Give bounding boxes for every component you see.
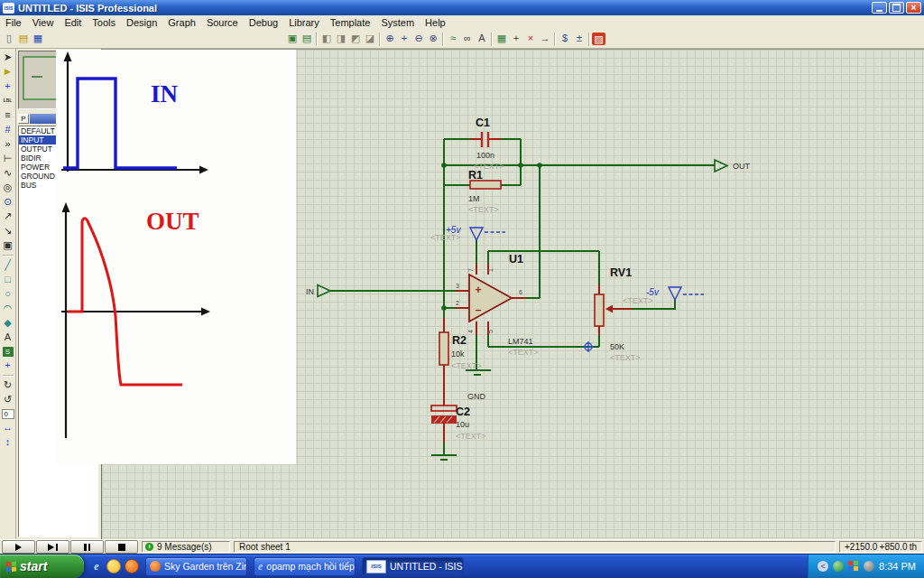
rotation-angle-field[interactable]: 0 [2,409,14,419]
virtual-instruments-icon[interactable]: ▣ [1,238,15,253]
open-design-icon[interactable]: ▤ [16,32,31,46]
stop-button[interactable] [105,540,138,554]
script-editor-icon[interactable]: $ [558,32,572,46]
wire-autorouter-icon[interactable]: ≈ [446,32,460,46]
resistor-r2[interactable] [439,332,448,365]
tape-recorder-icon[interactable]: ◎ [1,181,15,195]
rotate-clockwise-icon[interactable]: ↻ [1,378,15,393]
zoom-out-icon[interactable]: ⊖ [411,32,426,46]
block-copy-icon[interactable]: ◧ [319,32,334,46]
input-terminal[interactable] [318,285,330,297]
block-delete-icon[interactable]: ◪ [363,32,377,46]
pin-1: 1 [487,268,494,272]
selection-pointer-icon[interactable]: ➤ [1,51,15,65]
menu-system[interactable]: System [375,16,420,29]
buses-icon[interactable]: # [1,123,15,137]
2d-circle-icon[interactable]: ○ [1,287,15,302]
resistor-r1[interactable] [470,181,501,189]
goto-sheet-icon[interactable]: → [538,32,552,46]
updates-tray-icon[interactable] [848,561,859,572]
taskbar-button-zing[interactable]: Sky Garden trên Zing ... [145,557,247,576]
vplus-terminal[interactable] [470,228,483,240]
vminus-terminal[interactable] [669,287,681,300]
menu-design[interactable]: Design [121,16,162,29]
current-probe-icon[interactable]: ↘ [1,224,15,238]
start-button[interactable]: start [0,555,84,578]
script-blocks-icon[interactable]: ± [572,32,587,46]
voltage-probe-icon[interactable]: ↗ [1,210,15,224]
browser-icon[interactable] [125,559,139,573]
block-rotate-icon[interactable]: ◩ [348,32,363,46]
volume-tray-icon[interactable] [864,561,874,572]
c1-ref: C1 [476,117,490,129]
opamp-u1[interactable]: + – [469,275,512,322]
menu-debug[interactable]: Debug [244,16,283,29]
output-terminal[interactable] [715,160,727,172]
new-sheet-icon[interactable]: + [509,32,523,46]
wire[interactable] [330,139,715,455]
2d-path-icon[interactable]: ◆ [1,316,15,331]
taskbar-button-opamp[interactable]: e opamp mạch hồi tiếp ... [254,557,356,576]
coord-y: +850.0 [880,542,908,552]
graph-mode-icon[interactable]: ∿ [1,166,15,181]
rotate-anticlockwise-icon[interactable]: ↺ [1,393,15,407]
2d-symbol-icon[interactable]: S [3,347,14,357]
generator-mode-icon[interactable]: ⊙ [1,195,15,210]
menu-template[interactable]: Template [325,16,376,29]
restore-button[interactable] [889,2,904,14]
menu-source[interactable]: Source [201,16,244,29]
network-tray-icon[interactable] [833,561,844,572]
search-tag-icon[interactable]: ∞ [460,32,475,46]
save-design-icon[interactable]: ▦ [31,32,45,46]
menu-file[interactable]: File [0,16,27,29]
rv1-text: <TEXT> [610,353,641,362]
device-pins-icon[interactable]: ⊢ [1,152,15,166]
minimize-button[interactable] [872,2,887,14]
taskbar-button-isis[interactable]: ISIS UNTITLED - ISIS Prof... [362,557,464,576]
2d-marker-icon[interactable]: + [1,359,15,373]
2d-box-icon[interactable]: □ [1,273,15,287]
2d-line-icon[interactable]: ╱ [1,258,15,273]
clock[interactable]: 8:34 PM [879,561,916,572]
rv1-ref: RV1 [610,266,632,279]
sheet-name: Root sheet 1 [239,542,291,552]
capacitor-c1[interactable] [482,132,488,147]
play-button[interactable] [2,540,35,554]
junction-dot-icon[interactable]: + [1,79,15,94]
close-button[interactable]: × [906,2,921,14]
hide-icons-chevron[interactable]: < [818,561,828,572]
menu-view[interactable]: View [27,16,60,29]
zoom-center-icon[interactable]: + [397,32,411,46]
remove-sheet-icon[interactable]: × [523,32,538,46]
design-explorer-icon[interactable]: ▦ [494,32,509,46]
2d-arc-icon[interactable]: ◠ [1,302,15,316]
pick-devices-button[interactable]: P [18,114,29,124]
flip-horizontal-icon[interactable]: ↔ [1,421,15,435]
block-move-icon[interactable]: ◨ [334,32,348,46]
menu-edit[interactable]: Edit [59,16,87,29]
wire-label-icon[interactable]: LBL [1,94,15,108]
step-button[interactable] [36,540,69,554]
messenger-icon[interactable] [106,559,121,573]
menu-library[interactable]: Library [283,16,325,29]
zoom-all-icon[interactable]: ⊗ [426,32,440,46]
capacitor-c2[interactable] [431,406,457,424]
copy-sheet-icon[interactable]: ▣ [285,32,300,46]
pause-button[interactable] [70,540,104,554]
terminals-mode-icon[interactable]: » [1,137,15,152]
new-design-icon[interactable]: ▯ [2,32,16,46]
flip-vertical-icon[interactable]: ↕ [1,435,15,450]
paste-sheet-icon[interactable]: ▤ [300,32,314,46]
internet-explorer-icon[interactable]: e [90,560,103,573]
component-mode-icon[interactable]: ▶ [1,65,15,79]
potentiometer-rv1[interactable] [595,294,604,326]
text-script-icon[interactable]: ≡ [1,108,15,123]
menu-graph[interactable]: Graph [162,16,201,29]
2d-text-icon[interactable]: A [1,331,15,345]
menu-help[interactable]: Help [420,16,451,29]
message-box[interactable]: i 9 Message(s) [142,541,230,553]
property-assignment-icon[interactable]: A [475,32,489,46]
menu-tools[interactable]: Tools [87,16,121,29]
template-editor-icon[interactable]: ▨ [592,33,605,45]
zoom-in-icon[interactable]: ⊕ [383,32,397,46]
